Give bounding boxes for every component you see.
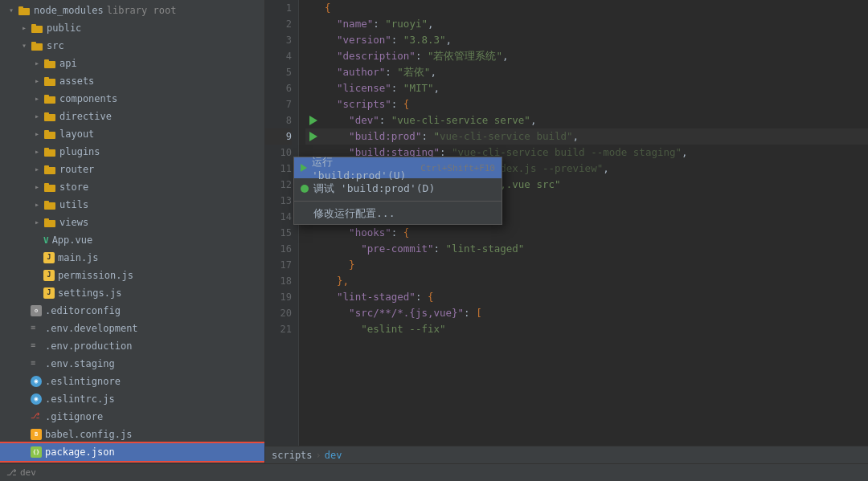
git-icon: ⎇: [31, 411, 42, 422]
sidebar-item-node_modules[interactable]: node_modules library root: [0, 2, 264, 19]
sidebar-item-permission-js[interactable]: J permission.js: [0, 267, 264, 284]
sidebar-item-label: babel.config.js: [45, 429, 132, 440]
status-branch[interactable]: ⎇ dev: [6, 467, 36, 478]
sidebar-item-settings-js[interactable]: J settings.js: [0, 284, 264, 302]
svg-rect-23: [44, 201, 49, 203]
sidebar-item-assets[interactable]: assets: [0, 72, 264, 90]
code-line: "hooks": {: [305, 225, 868, 241]
sidebar-item-gitignore[interactable]: ⎇ .gitignore: [0, 408, 264, 426]
sidebar-item-app-vue[interactable]: V App.vue: [0, 231, 264, 249]
sidebar-item-api[interactable]: api: [0, 55, 264, 72]
svg-rect-1: [18, 6, 23, 9]
sidebar-item-label: App.vue: [52, 234, 93, 246]
folder-open-icon: [18, 4, 31, 17]
svg-rect-21: [44, 183, 49, 185]
sidebar-item-label: utils: [59, 199, 88, 210]
sidebar-item-views[interactable]: views: [0, 214, 264, 231]
svg-rect-22: [44, 202, 55, 210]
sidebar-item-directive[interactable]: directive: [0, 108, 264, 125]
sidebar-item-label: .env.production: [45, 340, 132, 352]
arrow-icon: [32, 165, 42, 174]
svg-rect-17: [44, 148, 49, 150]
sidebar-item-eslintrc[interactable]: ◉ .eslintrc.js: [0, 390, 264, 408]
breadcrumb-dev[interactable]: dev: [325, 450, 342, 461]
sidebar-item-label: .env.staging: [45, 358, 115, 369]
folder-icon: [43, 181, 56, 194]
svg-rect-15: [44, 130, 49, 132]
svg-rect-20: [44, 185, 55, 192]
sidebar-item-eslintignore[interactable]: ◉ .eslintignore: [0, 373, 264, 390]
breadcrumb-scripts[interactable]: scripts: [272, 450, 313, 461]
sidebar-item-label: layout: [59, 128, 94, 140]
sidebar-item-main-js[interactable]: J main.js: [0, 249, 264, 267]
sidebar-item-package-json[interactable]: {} package.json: [0, 443, 264, 461]
context-menu-modify[interactable]: 修改运行配置...: [294, 203, 502, 224]
sidebar-item-label: package.json: [45, 446, 115, 458]
context-menu-run-shortcut: Ctrl+Shift+F10: [420, 163, 495, 173]
sidebar-item-label: .env.development: [45, 323, 138, 334]
sidebar-item-label: directive: [59, 111, 112, 122]
leaf-icon: [19, 324, 29, 333]
sidebar-item-components[interactable]: components: [0, 90, 264, 108]
svg-rect-13: [44, 112, 49, 115]
sidebar-item-store[interactable]: store: [0, 178, 264, 196]
breadcrumb: scripts › dev: [265, 446, 868, 463]
git-branch-icon: ⎇: [6, 467, 17, 478]
sidebar-item-label: public: [47, 22, 81, 34]
run-gutter-8[interactable]: [305, 116, 321, 125]
context-menu-debug[interactable]: 调试 'build:prod'(D): [294, 178, 502, 199]
env-icon: ≡: [31, 358, 42, 369]
json-icon: {}: [31, 446, 42, 458]
arrow-icon: [19, 41, 29, 51]
sidebar-item-router[interactable]: router: [0, 161, 264, 178]
leaf-icon: [32, 235, 42, 245]
context-menu-divider: [294, 201, 502, 202]
svg-rect-12: [44, 114, 55, 121]
context-menu-run[interactable]: 运行 'build:prod'(U) Ctrl+Shift+F10: [294, 157, 502, 178]
code-line: }: [305, 257, 868, 273]
svg-rect-11: [44, 95, 49, 97]
leaf-icon: [32, 253, 42, 263]
run-icon: [301, 164, 307, 172]
sidebar-item-label: src: [47, 40, 64, 51]
sidebar-item-label: .gitignore: [45, 411, 103, 422]
leaf-icon: [19, 377, 29, 386]
sidebar-item-editorconfig[interactable]: ⚙ .editorconfig: [0, 302, 264, 320]
sidebar-item-env-development[interactable]: ≡ .env.development: [0, 320, 264, 337]
context-menu-run-label: 运行 'build:prod'(U): [312, 155, 416, 181]
folder-icon: [43, 216, 56, 229]
sidebar-item-label: permission.js: [58, 270, 133, 281]
leaf-icon: [19, 430, 29, 439]
sidebar-item-env-production[interactable]: ≡ .env.production: [0, 337, 264, 355]
sidebar-item-label: views: [59, 217, 88, 228]
leaf-icon: [32, 271, 42, 280]
code-line: },: [305, 273, 868, 289]
sidebar-item-label: node_modules: [34, 5, 104, 16]
sidebar-item-plugins[interactable]: plugins: [0, 143, 264, 161]
env-icon: ≡: [31, 340, 42, 352]
svg-rect-14: [44, 132, 55, 139]
svg-rect-9: [44, 77, 49, 79]
run-gutter-9[interactable]: [305, 132, 321, 141]
code-line: "dev": "vue-cli-service serve",: [305, 112, 868, 128]
leaf-icon: [32, 288, 42, 298]
svg-rect-8: [44, 79, 55, 86]
js-icon: J: [43, 287, 55, 299]
sidebar-item-src[interactable]: src: [0, 37, 264, 55]
sidebar-item-env-staging[interactable]: ≡ .env.staging: [0, 355, 264, 373]
folder-icon: [43, 163, 56, 176]
code-line: "lint-staged": {: [305, 289, 868, 305]
babel-icon: B: [31, 429, 42, 440]
sidebar-item-label: .eslintrc.js: [45, 393, 115, 405]
sidebar-item-utils[interactable]: utils: [0, 196, 264, 214]
arrow-icon: [32, 182, 42, 192]
sidebar-item-babel-config[interactable]: B babel.config.js: [0, 426, 264, 443]
code-line: "license": "MIT",: [305, 80, 868, 96]
code-editor: 12345 678910 1112131415 1617181920 21 { …: [265, 0, 868, 463]
arrow-icon: [32, 218, 42, 227]
sidebar-item-layout[interactable]: layout: [0, 125, 264, 143]
sidebar-item-public[interactable]: public: [0, 19, 264, 37]
leaf-icon: [19, 359, 29, 369]
folder-icon: [43, 198, 56, 211]
sidebar-item-label: .editorconfig: [45, 305, 121, 316]
